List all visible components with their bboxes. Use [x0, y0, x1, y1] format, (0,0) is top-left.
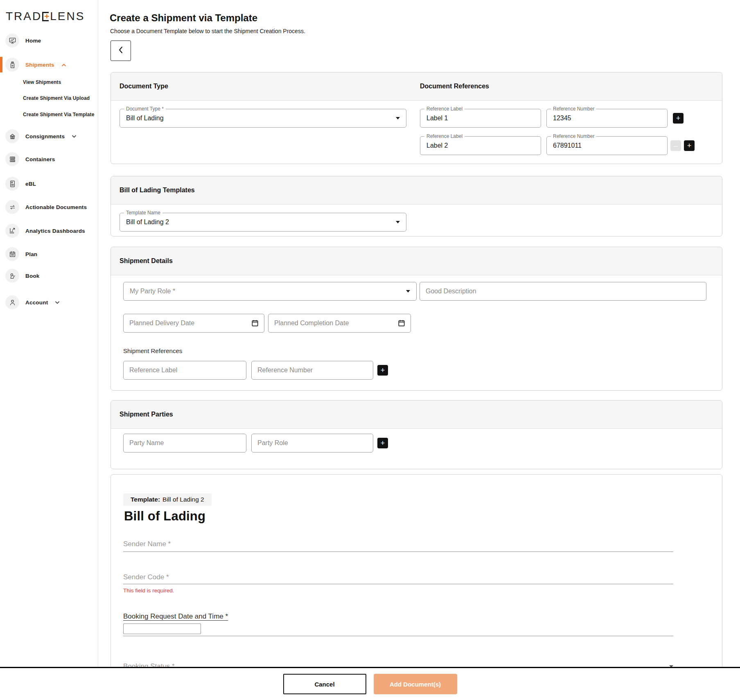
- tradelens-logo[interactable]: TRAD + LENS: [6, 10, 85, 23]
- dropdown-caret-icon: [396, 221, 400, 223]
- add-reference-button[interactable]: +: [684, 140, 695, 151]
- templates-card-body: Template Name Bill of Lading 2: [111, 205, 722, 237]
- template-name-select-label: Template Name: [124, 210, 162, 216]
- add-party-button[interactable]: +: [377, 438, 388, 448]
- hand-gesture-icon: [5, 269, 19, 283]
- template-name-select-value: Bill of Lading 2: [126, 218, 169, 226]
- sender-name-label: Sender Name *: [123, 540, 673, 548]
- sender-name-field[interactable]: Sender Name *: [123, 540, 673, 552]
- sender-code-field[interactable]: Sender Code *: [123, 573, 673, 584]
- cancel-button[interactable]: Cancel: [283, 674, 366, 694]
- reference-number-field[interactable]: Reference Number 67891011: [546, 136, 668, 155]
- document-type-select-label: Document Type *: [124, 106, 166, 112]
- sidebar-item-plan[interactable]: Plan: [0, 246, 98, 262]
- reference-label-caption: Reference Label: [424, 133, 465, 139]
- shipment-reference-number-input[interactable]: [251, 361, 373, 380]
- chevron-down-icon: [55, 301, 60, 304]
- sidebar-subitem-create-via-upload[interactable]: Create Shipment Via Upload: [23, 95, 90, 101]
- sidebar-item-label: Actionable Documents: [25, 204, 87, 210]
- template-name-select[interactable]: Template Name Bill of Lading 2: [120, 213, 406, 232]
- add-reference-button[interactable]: +: [673, 113, 684, 124]
- shipment-details-header: Shipment Details: [111, 247, 722, 275]
- document-type-column: Document Type * Bill of Lading: [120, 109, 420, 155]
- logo-e-glyph: +: [42, 12, 49, 21]
- page-title: Create a Shipment via Template: [110, 12, 257, 24]
- reference-number-value: 12345: [553, 115, 571, 122]
- sidebar-item-shipments[interactable]: Shipments: [0, 57, 98, 72]
- add-documents-button[interactable]: Add Document(s): [374, 674, 457, 694]
- sidebar-subitem-create-via-template[interactable]: Create Shipment Via Template: [23, 112, 94, 117]
- document-reference-row: Reference Label Label 2 Reference Number…: [420, 136, 695, 155]
- good-description-input[interactable]: [420, 282, 706, 301]
- my-party-role-select[interactable]: My Party Role *: [123, 282, 417, 301]
- reference-label-value: Label 1: [426, 115, 448, 122]
- reference-number-caption: Reference Number: [551, 133, 596, 139]
- party-role-input[interactable]: [251, 434, 373, 452]
- shipment-references-label: Shipment References: [123, 347, 713, 354]
- reference-label-value: Label 2: [426, 142, 448, 149]
- sender-code-label: Sender Code *: [123, 573, 673, 581]
- reference-label-field[interactable]: Reference Label Label 2: [420, 136, 541, 155]
- home-icon: [5, 34, 19, 47]
- sidebar-item-actionable-documents[interactable]: Actionable Documents: [0, 199, 98, 215]
- shipment-parties-body: +: [111, 429, 722, 452]
- sidebar-item-ebl[interactable]: eBL: [0, 176, 98, 191]
- document-references-title: Document References: [420, 83, 489, 90]
- planned-delivery-date-input[interactable]: [123, 314, 264, 333]
- party-name-input[interactable]: [123, 434, 246, 452]
- main-content: Create a Shipment via Template Choose a …: [98, 0, 740, 667]
- reference-number-field[interactable]: Reference Number 12345: [546, 109, 668, 128]
- sidebar-item-account[interactable]: Account: [0, 295, 98, 310]
- page-subtitle: Choose a Document Template below to star…: [110, 28, 305, 34]
- bill-of-lading-heading: Bill of Lading: [124, 509, 722, 524]
- document-type-select[interactable]: Document Type * Bill of Lading: [120, 109, 406, 128]
- sidebar-item-book[interactable]: Book: [0, 268, 98, 284]
- templates-card: Bill of Lading Templates Template Name B…: [111, 176, 722, 236]
- sidebar-subitem-view-shipments[interactable]: View Shipments: [23, 79, 61, 85]
- template-chip-label: Template:: [131, 496, 160, 503]
- sidebar-item-label: Book: [25, 273, 40, 279]
- back-button[interactable]: [111, 41, 131, 61]
- footer-action-bar: Cancel Add Document(s): [0, 667, 740, 700]
- required-error-text: This field is required.: [123, 587, 722, 594]
- reference-label-field[interactable]: Reference Label Label 1: [420, 109, 541, 128]
- logo-text-left: TRAD: [6, 10, 42, 23]
- chevron-up-icon: [61, 63, 66, 67]
- add-shipment-reference-button[interactable]: +: [377, 365, 388, 376]
- sidebar: TRAD + LENS Home Shipments View Shipment…: [0, 0, 98, 667]
- reference-label-caption: Reference Label: [424, 106, 465, 112]
- templates-card-header: Bill of Lading Templates: [111, 176, 722, 205]
- remove-reference-button[interactable]: –: [670, 140, 681, 151]
- document-references-column: Reference Label Label 1 Reference Number…: [420, 109, 695, 155]
- sidebar-item-label: Containers: [25, 156, 55, 162]
- field-underline: [123, 584, 673, 584]
- dropdown-caret-icon: [396, 117, 400, 119]
- planned-completion-date-wrap: [268, 314, 411, 333]
- sidebar-item-analytics-dashboards[interactable]: Analytics Dashboards: [0, 223, 98, 239]
- sidebar-item-label: eBL: [25, 181, 36, 187]
- shipment-parties-header: Shipment Parties: [111, 401, 722, 429]
- sidebar-item-home[interactable]: Home: [0, 33, 98, 48]
- document-reference-row: Reference Label Label 1 Reference Number…: [420, 109, 695, 128]
- chevron-left-icon: [118, 46, 123, 55]
- sidebar-item-containers[interactable]: Containers: [0, 151, 98, 167]
- person-icon: [5, 295, 19, 309]
- sidebar-item-label: Plan: [25, 251, 37, 257]
- planned-completion-date-input[interactable]: [268, 314, 411, 333]
- shipments-icon: [5, 58, 19, 72]
- ebl-document-icon: [5, 177, 19, 191]
- booking-request-label: Booking Request Date and Time *: [123, 612, 673, 621]
- sidebar-item-consignments[interactable]: Consignments: [0, 128, 98, 144]
- booking-request-datetime-input[interactable]: [123, 623, 201, 634]
- sidebar-item-label: Home: [25, 38, 41, 44]
- logo-plus-icon: +: [44, 11, 50, 21]
- document-type-card: Document Type Document References Docume…: [111, 72, 722, 164]
- booking-request-field: Booking Request Date and Time *: [123, 612, 673, 636]
- sidebar-item-label: Account: [25, 299, 48, 306]
- shipment-details-card: Shipment Details My Party Role *: [111, 247, 722, 391]
- shipment-parties-card: Shipment Parties +: [111, 400, 722, 469]
- chevron-down-icon: [72, 135, 77, 138]
- shipment-reference-label-input[interactable]: [123, 361, 246, 380]
- consignments-icon: [5, 129, 19, 143]
- logo-text-right: LENS: [50, 10, 85, 23]
